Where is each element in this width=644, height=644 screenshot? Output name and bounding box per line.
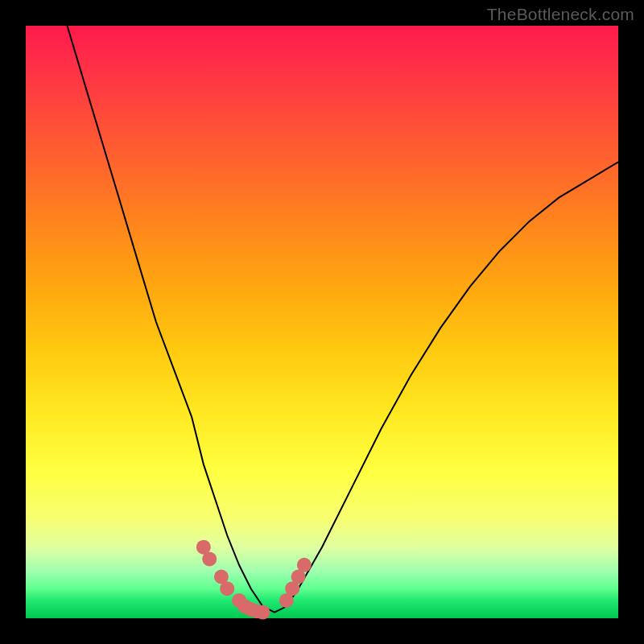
plot-area: [26, 26, 618, 618]
highlight-dot: [255, 605, 270, 620]
highlight-dot: [297, 558, 312, 572]
highlight-dot: [202, 551, 217, 566]
highlight-dot: [220, 581, 234, 596]
highlight-dots-right: [279, 558, 312, 608]
bottleneck-curve: [68, 26, 619, 613]
watermark: TheBottleneck.com: [487, 5, 634, 24]
chart-svg: [26, 26, 618, 618]
